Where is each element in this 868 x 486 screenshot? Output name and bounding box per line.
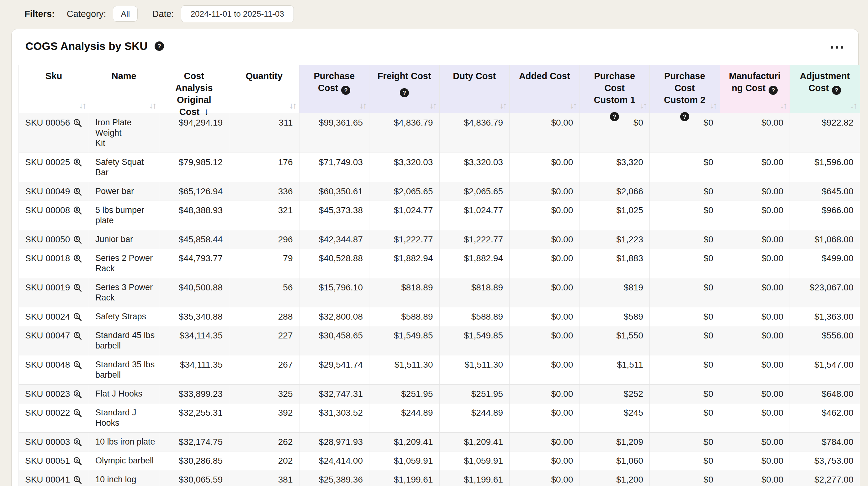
sort-toggle-icon[interactable]: ↓↑ [570,102,577,110]
cost-analysis-original-cost-cell: $48,388.93 [159,201,229,230]
column-header-purchase-cost-custom-2[interactable]: PurchaseCostCustom 2?↓↑ [650,65,720,113]
sku-cell: SKU 00023$ [19,384,89,403]
quantity-cell: 56 [229,278,300,307]
added-cost-cell: $0.00 [509,307,580,326]
purchase-cost-cell: $15,796.10 [300,278,370,307]
sort-toggle-icon[interactable]: ↓↑ [780,102,786,110]
purchase-cost-custom-1-cell: $1,883 [580,249,650,278]
added-cost-cell: $0.00 [509,433,580,451]
column-header-name[interactable]: Name↓↑ [89,65,159,113]
help-icon[interactable]: ? [832,86,841,95]
sku-detail-magnifier-icon[interactable]: $ [73,331,83,341]
adjustment-cost-cell: $784.00 [790,433,860,451]
sort-toggle-icon[interactable]: ↓↑ [850,102,857,110]
ellipsis-dot [841,46,843,49]
sku-detail-magnifier-icon[interactable]: $ [73,437,83,447]
column-header-sku[interactable]: Sku↓↑ [19,65,89,113]
manufacturing-cost-cell: $0.00 [720,230,790,249]
table-row: SKU 00023$Flat J Hooks$33,899.23325$32,7… [19,384,860,403]
sku-detail-magnifier-icon[interactable]: $ [73,118,83,128]
svg-text:$: $ [76,391,78,396]
sku-detail-magnifier-icon[interactable]: $ [73,312,83,322]
help-icon[interactable]: ? [610,112,619,121]
purchase-cost-custom-2-cell: $0 [650,452,720,470]
sku-detail-magnifier-icon[interactable]: $ [73,389,83,399]
added-cost-cell: $0.00 [509,182,580,201]
date-filter-button[interactable]: 2024-11-01 to 2025-11-03 [181,5,294,22]
sort-toggle-icon[interactable]: ↓↑ [79,102,86,110]
category-filter-button[interactable]: All [113,6,138,22]
sku-detail-magnifier-icon[interactable]: $ [73,408,83,418]
duty-cost-cell: $1,882.94 [440,249,510,278]
sort-toggle-icon[interactable]: ↓↑ [149,102,156,110]
sku-detail-magnifier-icon[interactable]: $ [73,254,83,263]
column-header-quantity[interactable]: Quantity↓↑ [229,65,300,113]
column-header-manufacturing-cost[interactable]: Manufacturing Cost?↓↑ [720,65,790,113]
column-help-row: ? [373,84,436,97]
sort-toggle-icon[interactable]: ↓↑ [289,102,296,110]
sku-cell: SKU 00008$ [19,201,89,230]
column-header-purchase-cost[interactable]: PurchaseCost?↓↑ [300,65,370,113]
purchase-cost-custom-2-cell: $0 [650,307,720,326]
sku-detail-magnifier-icon[interactable]: $ [73,283,83,293]
manufacturing-cost-cell: $0.00 [720,403,790,432]
adjustment-cost-cell: $1,547.00 [790,355,860,384]
help-icon[interactable]: ? [769,86,778,95]
table-row: SKU 00049$Power bar$65,126.94336$60,350.… [19,182,860,201]
sku-value: SKU 00041 [25,475,70,485]
help-icon[interactable]: ? [341,86,350,95]
sku-value: SKU 00051 [25,456,70,466]
column-label: Adjustment [793,70,857,82]
sku-detail-magnifier-icon[interactable]: $ [73,456,83,466]
sku-detail-magnifier-icon[interactable]: $ [73,187,83,197]
sort-toggle-icon[interactable]: ↓↑ [500,102,506,110]
svg-text:$: $ [76,160,78,164]
sku-detail-magnifier-icon[interactable]: $ [73,360,83,370]
added-cost-cell: $0.00 [509,249,580,278]
card-title: COGS Analysis by SKU ? [25,40,164,52]
purchase-cost-cell: $29,541.74 [300,355,370,384]
purchase-cost-cell: $60,350.61 [300,182,370,201]
purchase-cost-custom-2-cell: $0 [650,278,720,307]
column-header-freight-cost[interactable]: Freight Cost?↓↑ [369,65,440,113]
column-header-purchase-cost-custom-1[interactable]: PurchaseCostCustom 1?↓↑ [580,65,650,113]
purchase-cost-custom-1-cell: $245 [580,403,650,432]
sort-toggle-icon[interactable]: ↓↑ [360,102,366,110]
sku-value: SKU 00019 [25,282,70,293]
adjustment-cost-cell: $556.00 [790,326,860,355]
quantity-cell: 325 [229,384,300,403]
duty-cost-cell: $1,511.30 [440,355,510,384]
added-cost-cell: $0.00 [509,230,580,249]
filters-label: Filters: [25,9,55,19]
column-header-added-cost[interactable]: Added Cost↓↑ [509,65,580,113]
sku-value: SKU 00003 [25,437,70,447]
column-header-cost-analysis-original-cost[interactable]: CostAnalysisOriginalCost↓ [159,65,229,113]
column-label: Cost [583,82,647,94]
column-header-adjustment-cost[interactable]: AdjustmentCost?↓↑ [790,65,860,113]
purchase-cost-custom-1-cell: $2,066 [580,182,650,201]
column-label: Purchase [303,70,366,82]
purchase-cost-custom-2-cell: $0 [650,470,720,486]
purchase-cost-cell: $99,361.65 [300,113,370,152]
duty-cost-cell: $1,059.91 [440,452,510,470]
quantity-cell: 392 [229,403,300,432]
sort-toggle-icon[interactable]: ↓↑ [710,102,717,110]
sku-detail-magnifier-icon[interactable]: $ [73,206,83,216]
name-cell: Power bar [89,182,159,201]
column-header-duty-cost[interactable]: Duty Cost↓↑ [440,65,510,113]
sku-detail-magnifier-icon[interactable]: $ [73,235,83,245]
column-help-row: ? [653,108,717,121]
sku-detail-magnifier-icon[interactable]: $ [73,158,83,167]
card-menu-button[interactable] [829,44,845,51]
freight-cost-cell: $1,024.77 [369,201,440,230]
sort-toggle-icon[interactable]: ↓↑ [430,102,436,110]
freight-cost-cell: $4,836.79 [369,113,440,152]
sort-toggle-icon[interactable]: ↓↑ [640,102,646,110]
ellipsis-dot [831,46,833,49]
help-icon[interactable]: ? [400,88,409,97]
title-help-icon[interactable]: ? [155,41,164,51]
manufacturing-cost-cell: $0.00 [720,307,790,326]
sku-detail-magnifier-icon[interactable]: $ [73,475,83,485]
sort-descending-icon[interactable]: ↓ [204,106,209,117]
help-icon[interactable]: ? [680,112,689,121]
